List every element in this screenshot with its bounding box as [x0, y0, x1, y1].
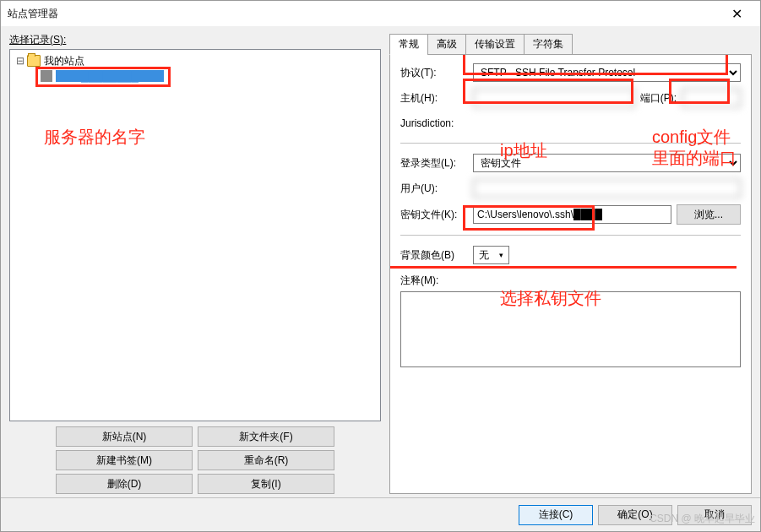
keyfile-input[interactable] [473, 205, 671, 224]
bgcolor-select[interactable]: 无▾ [473, 246, 509, 264]
select-record-label: 选择记录(S): [9, 33, 381, 47]
tree-site-label[interactable]: ████████ [56, 70, 164, 82]
tab-row: 常规 高级 传输设置 字符集 [389, 34, 752, 55]
tab-advanced[interactable]: 高级 [427, 34, 466, 55]
user-label: 用户(U): [400, 182, 468, 196]
tree-root-label[interactable]: 我的站点 [44, 54, 84, 68]
folder-icon [27, 55, 41, 67]
host-input[interactable] [473, 89, 635, 107]
tab-charset[interactable]: 字符集 [524, 34, 573, 55]
new-bookmark-button[interactable]: 新建书签(M) [56, 450, 193, 470]
keyfile-label: 密钥文件(K): [400, 208, 468, 222]
jurisdiction-label: Jurisdiction: [400, 117, 454, 129]
close-icon[interactable]: ✕ [720, 6, 753, 22]
new-folder-button[interactable]: 新文件夹(F) [198, 426, 334, 447]
server-icon [41, 70, 52, 82]
delete-button[interactable]: 删除(D) [56, 474, 193, 494]
protocol-label: 协议(T): [400, 66, 468, 80]
protocol-select[interactable]: SFTP - SSH File Transfer Protocol [473, 63, 741, 82]
logon-type-label: 登录类型(L): [400, 156, 468, 171]
user-input[interactable] [473, 179, 741, 198]
window-title: 站点管理器 [8, 7, 58, 21]
ok-button[interactable]: 确定(O) [598, 505, 672, 525]
chevron-down-icon: ▾ [494, 251, 508, 259]
port-label: 端口(P): [640, 91, 677, 106]
logon-type-select[interactable]: 密钥文件 [473, 154, 741, 172]
annotation-server-name: 服务器的名字 [44, 126, 145, 149]
connect-button[interactable]: 连接(C) [519, 505, 593, 525]
divider [400, 143, 741, 144]
tab-general[interactable]: 常规 [389, 34, 428, 55]
bgcolor-label: 背景颜色(B) [400, 248, 468, 263]
host-label: 主机(H): [400, 91, 468, 106]
comment-textarea[interactable] [400, 291, 741, 367]
tab-transfer[interactable]: 传输设置 [465, 34, 525, 55]
divider-2 [400, 235, 741, 236]
rename-button[interactable]: 重命名(R) [198, 450, 334, 470]
comment-label: 注释(M): [400, 274, 468, 288]
tree-expander-icon[interactable]: ⊟ [14, 55, 27, 67]
copy-button[interactable]: 复制(I) [198, 474, 334, 494]
annotation-underline-keyfile [390, 266, 737, 269]
cancel-button[interactable]: 取消 [677, 505, 752, 525]
site-tree[interactable]: ⊟ 我的站点 ████████ 服务器的名字 [9, 49, 381, 421]
new-site-button[interactable]: 新站点(N) [56, 426, 193, 447]
browse-button[interactable]: 浏览... [677, 204, 741, 225]
port-input[interactable] [682, 89, 741, 107]
